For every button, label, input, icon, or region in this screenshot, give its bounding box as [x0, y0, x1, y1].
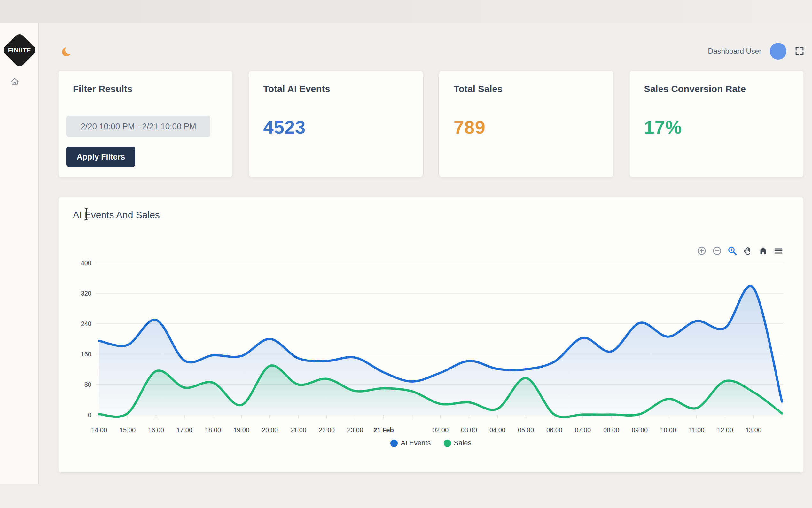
svg-text:04:00: 04:00 [489, 426, 506, 433]
fullscreen-icon[interactable] [795, 46, 804, 56]
ai-events-sales-chart[interactable]: 08016024032040014:0015:0016:0017:0018:00… [58, 197, 803, 472]
svg-text:08:00: 08:00 [603, 426, 619, 433]
svg-text:10:00: 10:00 [660, 426, 676, 433]
svg-text:13:00: 13:00 [746, 426, 762, 433]
stat-value: 4523 [264, 117, 306, 138]
user-avatar[interactable] [770, 43, 786, 59]
stat-card-title: Sales Conversion Rate [644, 84, 746, 94]
legend-label: Sales [454, 439, 472, 447]
svg-text:03:00: 03:00 [461, 426, 477, 433]
svg-text:06:00: 06:00 [546, 426, 562, 433]
svg-text:160: 160 [81, 351, 91, 357]
svg-text:80: 80 [84, 381, 91, 388]
svg-text:17:00: 17:00 [177, 426, 192, 433]
svg-text:20:00: 20:00 [262, 426, 278, 433]
stat-cards-row: Filter Results Apply Filters Total AI Ev… [58, 71, 803, 177]
svg-text:21 Feb: 21 Feb [373, 426, 393, 433]
ai-events-sales-chart-card: AI Events And Sales [58, 197, 803, 472]
svg-text:18:00: 18:00 [205, 426, 221, 433]
svg-text:19:00: 19:00 [233, 426, 249, 433]
svg-text:22:00: 22:00 [319, 426, 335, 433]
chart-legend: AI EventsSales [58, 439, 803, 447]
svg-text:14:00: 14:00 [91, 426, 107, 433]
legend-item-sales[interactable]: Sales [444, 439, 472, 447]
svg-text:11:00: 11:00 [689, 426, 705, 433]
top-strip [0, 0, 812, 23]
svg-text:400: 400 [81, 259, 91, 266]
svg-text:240: 240 [81, 320, 91, 327]
legend-dot [390, 439, 398, 447]
svg-text:23:00: 23:00 [347, 426, 363, 433]
svg-text:05:00: 05:00 [518, 426, 534, 433]
svg-text:07:00: 07:00 [575, 426, 591, 433]
svg-text:320: 320 [81, 290, 91, 297]
user-label: Dashboard User [708, 47, 762, 56]
svg-text:15:00: 15:00 [120, 426, 136, 433]
svg-text:16:00: 16:00 [148, 426, 164, 433]
legend-dot [444, 439, 451, 447]
filter-results-card: Filter Results Apply Filters [58, 71, 232, 177]
mouse-text-cursor [83, 207, 90, 223]
sales-conversion-rate-card: Sales Conversion Rate 17% [630, 71, 804, 177]
svg-text:0: 0 [88, 411, 91, 418]
total-sales-card: Total Sales 789 [439, 71, 613, 177]
legend-label: AI Events [400, 439, 431, 447]
date-range-input[interactable] [66, 116, 210, 137]
svg-text:21:00: 21:00 [290, 426, 306, 433]
svg-text:02:00: 02:00 [433, 426, 448, 433]
crescent-moon-icon[interactable] [61, 45, 74, 60]
finiite-logo[interactable]: FINIITE [1, 32, 38, 69]
home-icon[interactable] [10, 77, 19, 86]
stat-card-title: Total AI Events [264, 84, 330, 94]
sidebar: FINIITE [0, 23, 39, 484]
legend-item-ai-events[interactable]: AI Events [390, 439, 431, 447]
topbar-user-cluster: Dashboard User [708, 42, 804, 60]
filter-card-title: Filter Results [73, 84, 133, 94]
total-ai-events-card: Total AI Events 4523 [249, 71, 423, 177]
stat-card-title: Total Sales [453, 84, 503, 94]
svg-text:12:00: 12:00 [717, 426, 733, 433]
logo-text: FINIITE [1, 32, 38, 69]
apply-filters-button[interactable]: Apply Filters [66, 146, 135, 167]
svg-text:09:00: 09:00 [632, 426, 648, 433]
stat-value: 789 [453, 117, 486, 138]
stat-value: 17% [644, 117, 682, 138]
